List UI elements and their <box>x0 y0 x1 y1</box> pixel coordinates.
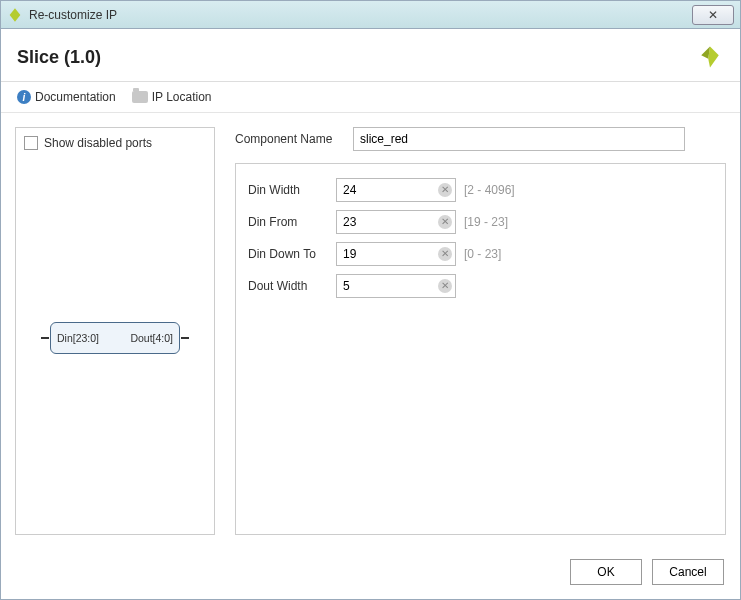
close-icon: ✕ <box>708 8 718 22</box>
ip-location-link[interactable]: IP Location <box>132 90 212 104</box>
info-icon: i <box>17 90 31 104</box>
din-width-label: Din Width <box>248 183 328 197</box>
clear-icon[interactable]: ✕ <box>438 247 452 261</box>
page-title: Slice (1.0) <box>17 47 101 68</box>
din-width-input-wrap: ✕ <box>336 178 456 202</box>
titlebar-text: Re-customize IP <box>29 8 692 22</box>
clear-icon[interactable]: ✕ <box>438 279 452 293</box>
component-name-label: Component Name <box>235 132 345 146</box>
vendor-logo-icon <box>696 43 724 71</box>
folder-icon <box>132 91 148 103</box>
component-name-row: Component Name <box>235 127 726 151</box>
cancel-button[interactable]: Cancel <box>652 559 724 585</box>
svg-marker-1 <box>708 47 719 68</box>
preview-panel: Show disabled ports Din[23:0] Dout[4:0] <box>15 127 215 535</box>
din-from-input-wrap: ✕ <box>336 210 456 234</box>
din-from-hint: [19 - 23] <box>464 215 508 229</box>
show-disabled-ports-label: Show disabled ports <box>44 136 152 150</box>
din-from-row: Din From ✕ [19 - 23] <box>248 210 713 234</box>
ok-button[interactable]: OK <box>570 559 642 585</box>
component-name-input[interactable] <box>353 127 685 151</box>
din-from-label: Din From <box>248 215 328 229</box>
ip-location-label: IP Location <box>152 90 212 104</box>
footer: OK Cancel <box>1 549 740 599</box>
block-diagram-area: Din[23:0] Dout[4:0] <box>24 150 206 526</box>
din-width-row: Din Width ✕ [2 - 4096] <box>248 178 713 202</box>
show-disabled-ports-checkbox[interactable] <box>24 136 38 150</box>
dialog-window: Re-customize IP ✕ Slice (1.0) i Document… <box>0 0 741 600</box>
svg-marker-0 <box>10 8 21 21</box>
dout-width-label: Dout Width <box>248 279 328 293</box>
form-panel: Component Name Din Width ✕ [2 - 4096] Di… <box>235 127 726 535</box>
component-name-input-wrap <box>353 127 685 151</box>
window-close-button[interactable]: ✕ <box>692 5 734 25</box>
din-width-hint: [2 - 4096] <box>464 183 515 197</box>
app-icon <box>7 7 23 23</box>
clear-icon[interactable]: ✕ <box>438 183 452 197</box>
documentation-label: Documentation <box>35 90 116 104</box>
ip-block[interactable]: Din[23:0] Dout[4:0] <box>50 322 180 354</box>
content-area: Show disabled ports Din[23:0] Dout[4:0] … <box>1 113 740 549</box>
show-disabled-ports-row: Show disabled ports <box>24 136 206 150</box>
din-down-to-label: Din Down To <box>248 247 328 261</box>
header: Slice (1.0) <box>1 29 740 82</box>
din-down-to-hint: [0 - 23] <box>464 247 501 261</box>
titlebar[interactable]: Re-customize IP ✕ <box>1 1 740 29</box>
toolbar: i Documentation IP Location <box>1 82 740 113</box>
parameters-box: Din Width ✕ [2 - 4096] Din From ✕ [19 - … <box>235 163 726 535</box>
din-down-to-row: Din Down To ✕ [0 - 23] <box>248 242 713 266</box>
block-dout-label: Dout[4:0] <box>130 332 173 344</box>
dout-width-row: Dout Width ✕ <box>248 274 713 298</box>
din-down-to-input-wrap: ✕ <box>336 242 456 266</box>
block-din-label: Din[23:0] <box>57 332 99 344</box>
documentation-link[interactable]: i Documentation <box>17 90 116 104</box>
dout-width-input-wrap: ✕ <box>336 274 456 298</box>
clear-icon[interactable]: ✕ <box>438 215 452 229</box>
